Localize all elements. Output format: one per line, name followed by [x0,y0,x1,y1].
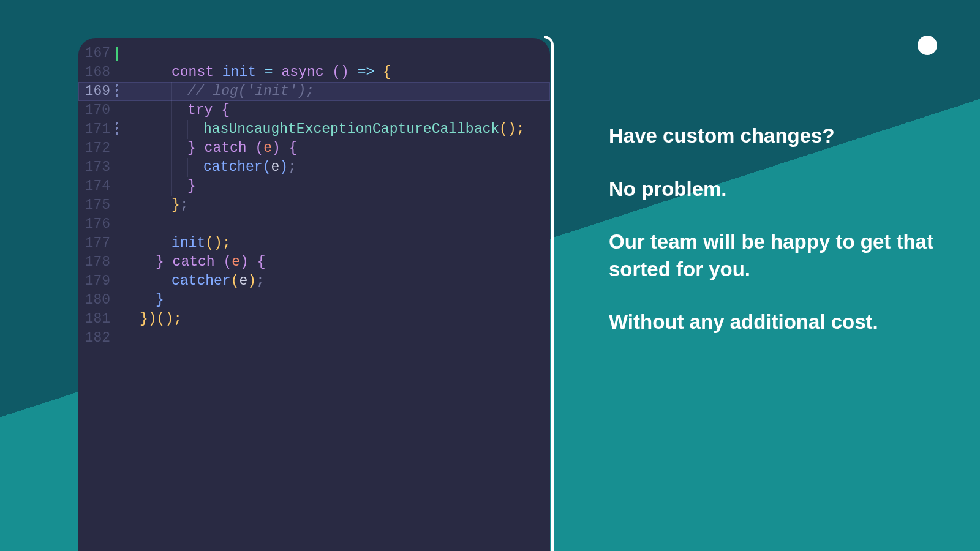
code-text: init(); [121,234,231,253]
line-number: 175 [78,196,116,215]
token-brace: ( [223,253,232,272]
gutter-blank [116,63,121,82]
code-body: 167 168 const init = async () => { 169 /… [78,38,550,348]
gutter-blank [116,101,121,120]
gutter-blank [116,310,121,329]
token-brace: } [187,139,196,158]
token-semi: ; [288,158,296,177]
line-number: 177 [78,234,116,253]
token-parens: () [323,63,357,82]
gutter-blank [116,291,121,310]
line-number: 176 [78,215,116,234]
token-keyword: catch [164,253,224,272]
token-brace: ) [272,139,281,158]
token-keyword: const [172,63,214,82]
token-keyword: async [281,63,323,82]
token-brace: ) [279,158,288,177]
token-operator: => [358,63,375,82]
token-brace: ( [231,272,239,291]
code-line: 181 })(); [78,310,550,329]
line-number: 174 [78,177,116,196]
code-text: } [121,291,164,310]
gutter-blank [116,253,121,272]
code-line: 177 init(); [78,234,550,253]
code-line: 175 }; [78,196,550,215]
gutter-blank [116,215,121,234]
gutter-conflict-icon [116,120,121,139]
line-number: 168 [78,63,116,82]
code-text: catcher(e); [121,158,296,177]
token-brace: ( [255,139,263,158]
gutter-blank [116,177,121,196]
line-number: 171 [78,120,116,139]
code-line: 174 } [78,177,550,196]
token-call: hasUncaughtExceptionCaptureCallback [203,120,499,139]
code-line: 170 try { [78,101,550,120]
code-line: 171 hasUncaughtExceptionCaptureCallback(… [78,120,550,139]
token-call: init [172,234,205,253]
gutter-conflict-icon [116,82,121,101]
code-text: // log('init'); [121,82,314,101]
gutter-blank [116,272,121,291]
token-brace: { [249,253,266,272]
code-text: const init = async () => { [121,63,391,82]
code-line: 167 [78,44,550,63]
token-operator: = [256,63,281,82]
code-line: 172 } catch (e) { [78,139,550,158]
gutter-blank [116,158,121,177]
code-line: 173 catcher(e); [78,158,550,177]
token-brace: ) [247,272,256,291]
token-param: e [239,272,247,291]
copy-line-4: Without any additional cost. [609,309,937,336]
slide: 167 168 const init = async () => { 169 /… [0,0,980,551]
pagination-dot[interactable] [918,36,937,55]
token-identifier: init [222,63,256,82]
token-tail: })(); [140,310,182,329]
gutter-modified-icon [116,44,121,63]
token-brace: ( [263,158,271,177]
token-keyword: try [187,101,213,120]
token-keyword: catch [196,139,255,158]
gutter-blank [116,196,121,215]
code-line: 180 } [78,291,550,310]
token-param: e [271,158,279,177]
code-text [121,44,156,63]
code-text [121,329,124,348]
code-text: } catch (e) { [121,139,297,158]
token-call: catcher [203,158,263,177]
line-number: 169 [78,82,116,101]
line-number: 178 [78,253,116,272]
token-semi: ; [180,196,189,215]
token-call: catcher [172,272,231,291]
line-number: 181 [78,310,116,329]
code-text: } [121,177,196,196]
code-text: catcher(e); [121,272,265,291]
marketing-copy: Have custom changes? No problem. Our tea… [609,122,937,336]
token-brace: } [172,196,180,215]
gutter-blank [116,139,121,158]
code-text: }; [121,196,189,215]
line-number: 179 [78,272,116,291]
token-parens: (); [499,120,524,139]
line-number: 182 [78,329,116,348]
line-number: 180 [78,291,116,310]
code-line: 179 catcher(e); [78,272,550,291]
code-text [121,215,172,234]
code-editor-card: 167 168 const init = async () => { 169 /… [78,38,550,551]
token-semi: ; [256,272,265,291]
token-brace: { [374,63,391,82]
code-line: 178 } catch (e) { [78,253,550,272]
token-param: e [263,139,272,158]
token-brace: } [156,253,164,272]
token-brace: } [187,177,196,196]
code-text: hasUncaughtExceptionCaptureCallback(); [121,120,525,139]
line-number: 170 [78,101,116,120]
code-line: 176 [78,215,550,234]
token-brace: { [213,101,230,120]
token-parens: (); [205,234,230,253]
gutter-blank [116,234,121,253]
token-brace: { [281,139,298,158]
line-number: 173 [78,158,116,177]
token-brace: ) [240,253,249,272]
gutter-blank [116,329,121,348]
